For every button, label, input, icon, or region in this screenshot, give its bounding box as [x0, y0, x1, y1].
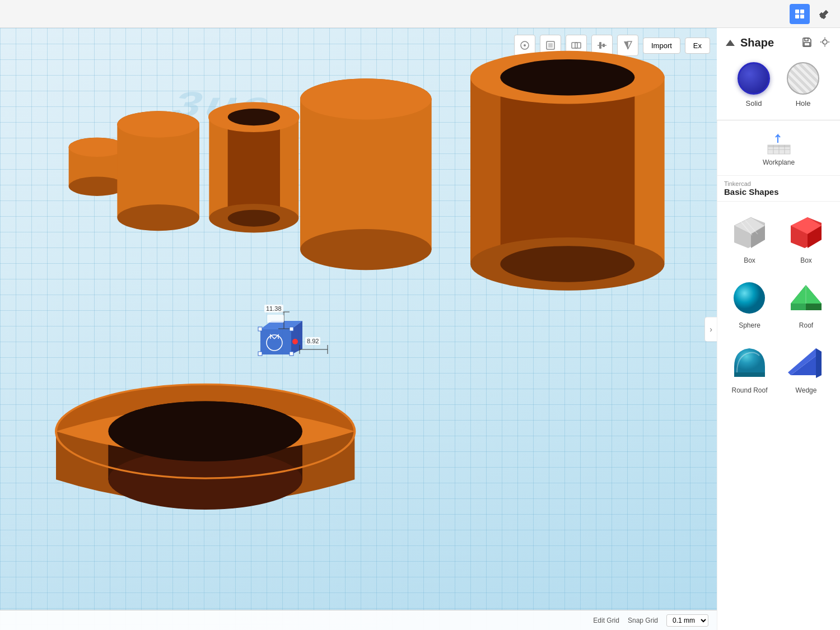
box-gray-thumb — [729, 212, 771, 254]
round-roof-thumb — [729, 342, 771, 384]
grid-view-button[interactable] — [790, 4, 810, 24]
svg-rect-34 — [470, 76, 500, 263]
edit-grid-label: Edit Grid — [593, 617, 619, 624]
svg-point-29 — [228, 109, 280, 125]
svg-point-32 — [300, 229, 432, 270]
wedge-thumb — [785, 342, 827, 384]
save-shape-button[interactable] — [801, 36, 813, 50]
shape-name-box-gray: Box — [744, 256, 755, 264]
shape-panel: Shape — [717, 28, 840, 120]
tinkercad-brand: Tinkercad — [724, 180, 833, 187]
svg-rect-47 — [258, 352, 262, 356]
solid-label: Solid — [746, 99, 762, 108]
large-ring[interactable] — [56, 384, 354, 510]
svg-point-43 — [108, 402, 302, 462]
svg-rect-18 — [117, 124, 199, 218]
large-cylinder[interactable] — [300, 78, 432, 270]
solid-button[interactable] — [738, 62, 770, 95]
shape-item-box-gray[interactable]: Box — [723, 207, 776, 269]
svg-point-33 — [300, 78, 432, 119]
panel-collapse-icon — [726, 40, 735, 46]
save-icon — [802, 37, 812, 47]
roof-thumb — [785, 277, 827, 319]
svg-rect-2 — [795, 15, 799, 18]
svg-rect-31 — [300, 99, 432, 250]
dimension-height-label: 8.92 — [305, 337, 320, 345]
svg-point-60 — [823, 40, 827, 44]
hole-label: Hole — [796, 99, 811, 108]
hammer-icon — [818, 7, 831, 21]
svg-point-16 — [69, 138, 125, 157]
snap-grid-select[interactable]: 0.1 mm 0.5 mm 1 mm — [666, 614, 708, 627]
solid-option[interactable]: Solid — [738, 62, 770, 108]
snap-grid-label: Snap Grid — [628, 617, 658, 624]
svg-rect-3 — [800, 15, 804, 18]
svg-point-38 — [500, 246, 634, 282]
hollow-cylinder-small[interactable] — [209, 102, 298, 232]
svg-rect-24 — [228, 117, 280, 218]
shapes-canvas — [0, 28, 717, 630]
workplane-button[interactable]: Workplane — [724, 125, 833, 171]
dimension-width-label: 11.38 — [264, 305, 283, 312]
shape-name-roof: Roof — [799, 321, 813, 329]
small-cylinder[interactable] — [69, 138, 125, 196]
medium-cylinder[interactable] — [117, 111, 199, 231]
shape-panel-title: Shape — [740, 36, 795, 49]
shape-item-wedge[interactable]: Wedge — [780, 337, 833, 399]
light-icon — [820, 37, 830, 47]
shape-name-round-roof: Round Roof — [731, 386, 767, 394]
svg-point-20 — [117, 111, 199, 137]
svg-rect-1 — [800, 10, 804, 13]
svg-point-26 — [228, 210, 280, 227]
svg-rect-59 — [804, 43, 810, 46]
collapse-panel-button[interactable]: › — [704, 316, 717, 342]
shape-item-round-roof[interactable]: Round Roof — [723, 337, 776, 399]
workplane-label: Workplane — [763, 158, 795, 166]
svg-rect-0 — [795, 10, 799, 13]
svg-point-36 — [500, 59, 634, 95]
light-toggle-button[interactable] — [819, 36, 831, 50]
box-red-thumb — [785, 212, 827, 254]
shape-item-roof[interactable]: Roof — [780, 272, 833, 334]
dimension-height: 8.92 — [297, 338, 342, 363]
xlarge-hollow-cylinder[interactable] — [470, 51, 665, 291]
svg-point-73 — [734, 282, 765, 314]
svg-rect-54 — [267, 315, 284, 323]
svg-rect-58 — [805, 38, 808, 41]
svg-point-15 — [69, 177, 125, 196]
sphere-thumb — [729, 277, 771, 319]
canvas-area: 3ue — [0, 28, 717, 630]
shape-item-sphere[interactable]: Sphere — [723, 272, 776, 334]
shape-name-sphere: Sphere — [739, 321, 760, 329]
hammer-button[interactable] — [814, 4, 834, 24]
svg-rect-48 — [290, 352, 293, 356]
hole-button[interactable] — [787, 62, 819, 95]
tinkercad-shapes-panel: Workplane Tinkercad Basic Shapes — [717, 120, 840, 630]
shape-name-box-red: Box — [800, 256, 812, 264]
grid-icon — [794, 8, 805, 20]
shape-name-wedge: Wedge — [796, 386, 817, 394]
workplane-icon — [766, 129, 792, 156]
shape-item-box-red[interactable]: Box — [780, 207, 833, 269]
svg-rect-75 — [734, 372, 765, 377]
svg-point-19 — [117, 204, 199, 231]
hole-option[interactable]: Hole — [787, 62, 819, 108]
tinkercad-shapes-title: Basic Shapes — [724, 187, 833, 197]
